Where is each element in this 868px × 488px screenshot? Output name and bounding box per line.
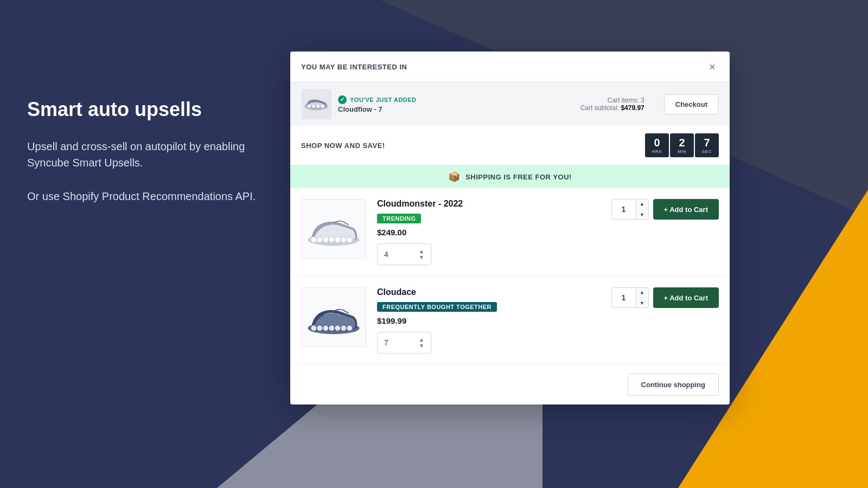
countdown-seconds-label: SEC [702,149,712,154]
cart-summary: Cart items: 3 Cart subtotal: $479.97 [580,97,644,112]
svg-point-12 [347,237,353,243]
cloudace-image [301,287,366,347]
svg-point-4 [321,104,324,108]
cloudmonster-details: Cloudmonster - 2022 TRENDING $249.00 4 ▲… [377,199,601,265]
cloudace-qty-down-button[interactable]: ▼ [636,298,648,309]
cart-item-name: Cloudflow - 7 [338,105,417,113]
checkout-button[interactable]: Checkout [664,94,719,114]
cloudace-qty-ctrl: ▲ ▼ [636,287,648,308]
shipping-box-icon: 📦 [448,171,460,183]
cloudmonster-shoe-icon [304,207,363,251]
cloudace-size-select[interactable]: 7 ▲▼ [377,332,431,354]
cart-item-info: ✓ YOU'VE JUST ADDED Cloudflow - 7 [338,95,417,113]
countdown-hours-label: HRS [652,149,662,154]
modal-footer: Continue shopping [290,365,730,404]
cloudmonster-size-value: 4 [384,250,388,259]
svg-point-14 [311,325,317,331]
cloudace-price: $199.99 [377,316,601,325]
product-item-cloudmonster: Cloudmonster - 2022 TRENDING $249.00 4 ▲… [290,188,730,277]
countdown-timer: 0 HRS 2 MIN 7 SEC [645,133,719,157]
continue-shopping-button[interactable]: Continue shopping [628,374,719,396]
svg-point-19 [341,325,347,331]
shop-now-bar: SHOP NOW AND SAVE! 0 HRS 2 MIN 7 SEC [290,126,730,165]
svg-point-16 [323,325,329,331]
shipping-bar: 📦 SHIPPING IS FREE FOR YOU! [290,165,730,188]
svg-point-8 [323,237,329,243]
cloudace-badge: FREQUENTLY BOUGHT TOGETHER [377,302,497,312]
modal-header: YOU MAY BE INTERESTED IN × [290,52,730,82]
countdown-seconds: 7 SEC [695,133,719,157]
cloudace-actions: ▲ ▼ + Add to Cart [611,287,719,308]
cart-subtotal-line: Cart subtotal: $479.97 [580,104,644,112]
cart-subtotal-value: $479.97 [621,104,644,112]
shipping-text: SHIPPING IS FREE FOR YOU! [465,173,572,181]
cart-subtotal-label: Cart subtotal: [580,104,619,112]
cloudmonster-qty-up-button[interactable]: ▲ [636,199,648,210]
countdown-hours: 0 HRS [645,133,669,157]
countdown-minutes-value: 2 [679,137,685,148]
product-item-cloudace: Cloudace FREQUENTLY BOUGHT TOGETHER $199… [290,277,730,365]
cloudace-size-arrows-icon: ▲▼ [419,337,424,349]
svg-point-9 [329,237,335,243]
svg-point-20 [347,325,353,331]
cloudace-size-value: 7 [384,338,388,347]
left-heading: Smart auto upsells [27,98,271,121]
svg-point-7 [317,237,323,243]
cloudmonster-name: Cloudmonster - 2022 [377,199,601,209]
cloudflow-thumbnail-icon [303,91,330,118]
countdown-minutes: 2 MIN [670,133,694,157]
added-label: ✓ YOU'VE JUST ADDED [338,95,417,104]
check-circle-icon: ✓ [338,95,347,104]
shop-now-text: SHOP NOW AND SAVE! [301,142,385,150]
cloudace-shoe-icon [304,296,363,339]
close-button[interactable]: × [706,60,719,73]
modal-title: YOU MAY BE INTERESTED IN [301,63,407,71]
cart-item-thumbnail [301,89,331,119]
cloudmonster-price: $249.00 [377,228,601,237]
cloudmonster-size-arrows-icon: ▲▼ [419,248,424,260]
cloudace-qty-input[interactable] [612,293,636,302]
cloudmonster-image [301,199,366,259]
left-paragraph-1: Upsell and cross-sell on autopilot by en… [27,138,271,171]
cloudace-details: Cloudace FREQUENTLY BOUGHT TOGETHER $199… [377,287,601,354]
countdown-seconds-value: 7 [704,137,710,148]
svg-point-18 [335,325,341,331]
cloudace-qty-up-button[interactable]: ▲ [636,287,648,298]
left-paragraph-2: Or use Shopify Product Recommendations A… [27,188,271,204]
cloudmonster-qty-down-button[interactable]: ▼ [636,210,648,220]
cart-info-bar: ✓ YOU'VE JUST ADDED Cloudflow - 7 Cart i… [290,82,730,126]
cloudace-name: Cloudace [377,287,601,297]
cloudmonster-badge: TRENDING [377,214,421,223]
svg-point-2 [312,104,316,108]
cloudmonster-add-to-cart-button[interactable]: + Add to Cart [653,199,719,220]
you-just-added-text: YOU'VE JUST ADDED [350,97,417,103]
cart-info-left: ✓ YOU'VE JUST ADDED Cloudflow - 7 [301,89,570,119]
svg-point-15 [317,325,323,331]
cart-items-count-line: Cart items: 3 [580,97,644,104]
cloudmonster-qty-ctrl: ▲ ▼ [636,199,648,220]
cloudace-add-to-cart-button[interactable]: + Add to Cart [653,287,719,308]
svg-point-10 [335,237,341,243]
cloudace-qty-stepper[interactable]: ▲ ▼ [611,287,649,308]
countdown-hours-value: 0 [654,137,660,148]
products-list: Cloudmonster - 2022 TRENDING $249.00 4 ▲… [290,188,730,365]
svg-point-1 [307,104,311,108]
left-panel: Smart auto upsells Upsell and cross-sell… [27,98,271,222]
svg-point-6 [311,237,317,243]
cloudmonster-size-select[interactable]: 4 ▲▼ [377,243,431,265]
svg-point-17 [329,325,335,331]
svg-point-11 [341,237,347,243]
cloudmonster-actions: ▲ ▼ + Add to Cart [611,199,719,220]
countdown-minutes-label: MIN [678,149,686,154]
cloudmonster-qty-stepper[interactable]: ▲ ▼ [611,199,649,220]
cloudmonster-qty-input[interactable] [612,205,636,214]
svg-point-3 [316,104,320,108]
cart-items-label: Cart items: [608,97,639,104]
upsell-modal: YOU MAY BE INTERESTED IN × [290,52,730,404]
